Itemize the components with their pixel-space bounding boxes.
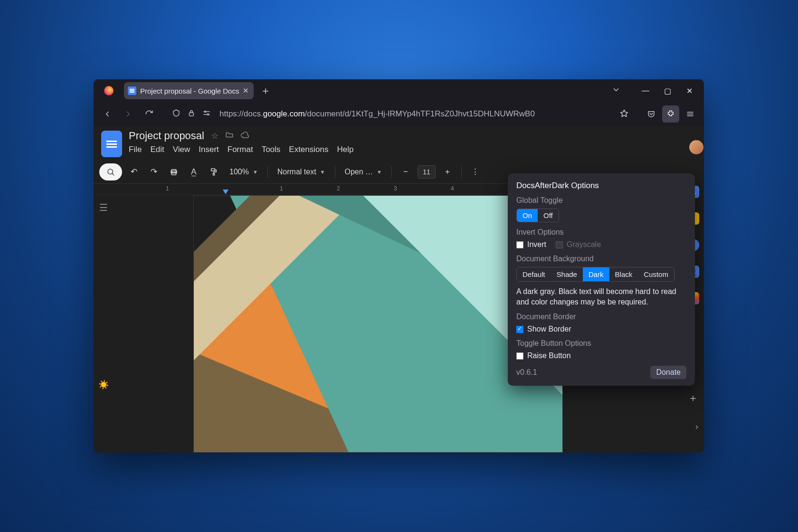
svg-rect-0 bbox=[190, 113, 194, 116]
background-segmented: Default Shade Dark Black Custom bbox=[516, 267, 674, 282]
bg-custom-button[interactable]: Custom bbox=[638, 267, 674, 281]
document-outline-button[interactable]: ☰ bbox=[99, 202, 108, 213]
lock-icon bbox=[187, 109, 196, 120]
maximize-button[interactable]: ▢ bbox=[663, 86, 672, 95]
extensions-button[interactable] bbox=[662, 105, 679, 123]
docs-app: Project proposal ☆ File Edit View Insert… bbox=[94, 126, 704, 453]
get-addons-button[interactable]: ＋ bbox=[688, 391, 698, 405]
redo-button[interactable]: ↷ bbox=[146, 163, 162, 180]
paragraph-style-select[interactable]: Normal text▼ bbox=[274, 168, 329, 176]
menu-insert[interactable]: Insert bbox=[199, 145, 219, 154]
firefox-logo-icon bbox=[96, 86, 121, 95]
font-size-input[interactable]: 11 bbox=[418, 165, 436, 179]
tab-overflow-button[interactable] bbox=[612, 86, 620, 96]
url-text: https://docs.google.com/document/d/1KtTg… bbox=[219, 109, 615, 119]
undo-button[interactable]: ↶ bbox=[126, 163, 142, 180]
star-outline-icon[interactable]: ☆ bbox=[211, 131, 218, 141]
document-title[interactable]: Project proposal bbox=[129, 130, 204, 142]
menu-tools[interactable]: Tools bbox=[262, 145, 281, 154]
shield-icon bbox=[172, 109, 180, 120]
docs-menu-bar: File Edit View Insert Format Tools Exten… bbox=[129, 145, 353, 154]
ruler-tick: 1 bbox=[280, 185, 283, 192]
document-background-label: Document Background bbox=[516, 255, 686, 263]
tab-close-icon[interactable]: ✕ bbox=[243, 86, 249, 95]
toggle-off-button[interactable]: Off bbox=[538, 209, 559, 222]
pocket-icon[interactable] bbox=[642, 105, 660, 123]
tab-title: Project proposal - Google Docs bbox=[140, 87, 239, 95]
address-bar[interactable]: https://docs.google.com/document/d/1KtTg… bbox=[168, 105, 633, 123]
close-window-button[interactable]: ✕ bbox=[685, 86, 694, 95]
increase-font-size-button[interactable]: + bbox=[439, 163, 456, 180]
docs-favicon-icon bbox=[128, 86, 136, 95]
url-toolbar: https://docs.google.com/document/d/1KtTg… bbox=[94, 102, 704, 126]
browser-tab[interactable]: Project proposal - Google Docs ✕ bbox=[124, 82, 254, 99]
ruler-tick: 4 bbox=[451, 185, 454, 192]
global-toggle-label: Global Toggle bbox=[516, 196, 686, 205]
show-border-checkbox[interactable]: Show Border bbox=[516, 325, 686, 333]
menu-edit[interactable]: Edit bbox=[150, 145, 164, 154]
explore-button[interactable]: ☀️ bbox=[98, 380, 109, 390]
decrease-font-size-button[interactable]: − bbox=[398, 163, 414, 180]
toggle-on-button[interactable]: On bbox=[517, 209, 538, 222]
back-button[interactable] bbox=[98, 105, 116, 123]
font-family-select[interactable]: Open …▼ bbox=[341, 168, 386, 176]
cover-image bbox=[194, 196, 562, 452]
global-toggle: On Off bbox=[516, 209, 559, 222]
popup-title: DocsAfterDark Options bbox=[516, 181, 686, 190]
zoom-select[interactable]: 100%▼ bbox=[226, 168, 262, 176]
print-button[interactable] bbox=[166, 163, 182, 180]
new-tab-button[interactable]: ＋ bbox=[260, 84, 271, 98]
ruler-tick: 3 bbox=[394, 185, 397, 192]
svg-rect-12 bbox=[213, 173, 215, 175]
paint-format-button[interactable] bbox=[206, 163, 222, 180]
document-border-label: Document Border bbox=[516, 313, 686, 321]
menu-extensions[interactable]: Extensions bbox=[289, 145, 328, 154]
background-description: A dark gray. Black text will become hard… bbox=[516, 286, 686, 307]
bg-shade-button[interactable]: Shade bbox=[551, 267, 583, 281]
svg-line-8 bbox=[112, 173, 114, 175]
invert-checkbox[interactable]: Invert bbox=[516, 240, 546, 249]
donate-button[interactable]: Donate bbox=[650, 366, 686, 379]
browser-window: Project proposal - Google Docs ✕ ＋ — ▢ ✕… bbox=[94, 79, 704, 453]
menu-view[interactable]: View bbox=[173, 145, 190, 154]
bg-black-button[interactable]: Black bbox=[609, 267, 638, 281]
window-controls: — ▢ ✕ bbox=[641, 86, 694, 95]
bg-dark-button[interactable]: Dark bbox=[583, 267, 609, 281]
ruler-tick: 1 bbox=[166, 185, 169, 192]
vertical-ruler[interactable] bbox=[114, 195, 127, 453]
bookmark-star-icon[interactable] bbox=[620, 109, 632, 120]
forward-button[interactable] bbox=[119, 105, 137, 123]
menu-help[interactable]: Help bbox=[337, 145, 353, 154]
bg-default-button[interactable]: Default bbox=[517, 267, 551, 281]
svg-marker-3 bbox=[621, 110, 628, 116]
docs-header: Project proposal ☆ File Edit View Insert… bbox=[94, 126, 704, 160]
spellcheck-button[interactable]: A̲ bbox=[186, 163, 202, 180]
hide-side-panel-button[interactable]: › bbox=[695, 422, 698, 432]
app-menu-button[interactable] bbox=[681, 105, 699, 123]
search-menus-button[interactable] bbox=[99, 163, 122, 180]
raise-button-checkbox[interactable]: Raise Button bbox=[516, 352, 686, 360]
permissions-icon bbox=[202, 109, 211, 120]
extension-popup: DocsAfterDark Options Global Toggle On O… bbox=[508, 173, 695, 386]
menu-file[interactable]: File bbox=[129, 145, 142, 154]
titlebar: Project proposal - Google Docs ✕ ＋ — ▢ ✕ bbox=[94, 79, 704, 102]
svg-rect-11 bbox=[211, 169, 215, 171]
indent-marker-icon[interactable] bbox=[223, 190, 228, 194]
account-avatar[interactable] bbox=[688, 139, 704, 155]
reload-button[interactable] bbox=[140, 105, 158, 123]
docs-logo-icon[interactable] bbox=[101, 131, 122, 157]
menu-format[interactable]: Format bbox=[228, 145, 253, 154]
invert-options-label: Invert Options bbox=[516, 228, 686, 237]
grayscale-checkbox: Grayscale bbox=[556, 240, 601, 249]
minimize-button[interactable]: — bbox=[641, 86, 650, 95]
cloud-status-icon[interactable] bbox=[240, 131, 249, 142]
version-text: v0.6.1 bbox=[516, 368, 537, 377]
toggle-button-options-label: Toggle Button Options bbox=[516, 339, 686, 348]
ruler-tick: 2 bbox=[337, 185, 340, 192]
toolbar-overflow-button[interactable]: ⋮ bbox=[467, 163, 484, 180]
move-folder-icon[interactable] bbox=[225, 131, 234, 142]
